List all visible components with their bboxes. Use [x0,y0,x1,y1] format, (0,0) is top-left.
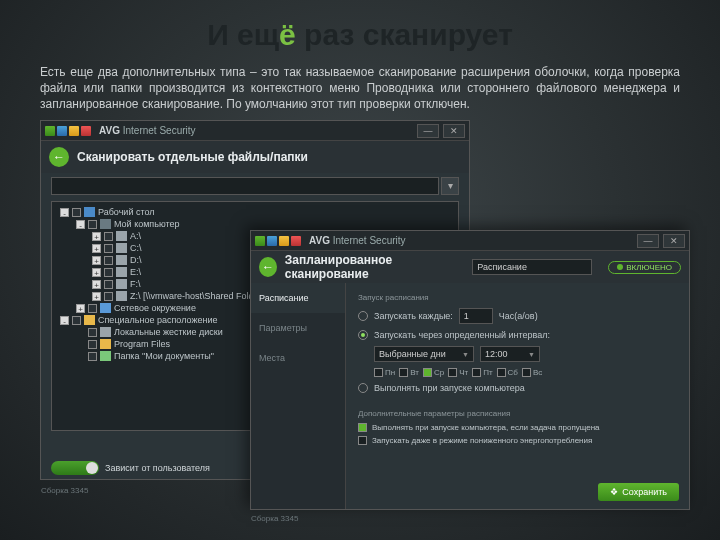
minimize-button[interactable]: — [637,234,659,248]
day-Вс[interactable]: Вс [522,368,542,377]
adv-missed-checkbox[interactable] [358,423,367,432]
drive-icon [116,267,127,277]
day-Сб[interactable]: Сб [497,368,518,377]
back-button[interactable]: ← [49,147,69,167]
expand-icon[interactable] [76,328,85,337]
tree-item[interactable]: -Мой компьютер [54,218,456,230]
expand-icon[interactable] [76,352,85,361]
tree-checkbox[interactable] [104,292,113,301]
day-Ср[interactable]: Ср [423,368,444,377]
path-browse-button[interactable]: ▾ [441,177,459,195]
tree-checkbox[interactable] [104,280,113,289]
adv-missed-row: Выполнять при запуске компьютера, если з… [358,423,677,432]
folder-icon [100,339,111,349]
day-label: Пт [483,368,492,377]
run-every-radio[interactable] [358,311,368,321]
brand: AVG [99,125,120,136]
expand-icon[interactable]: + [92,232,101,241]
tree-label: Program Files [114,339,170,349]
win1-subtitle: Сканировать отдельные файлы/папки [77,150,308,164]
day-checkbox[interactable] [448,368,457,377]
enabled-label: ВКЛЮЧЕНО [626,263,672,272]
tree-checkbox[interactable] [88,304,97,313]
save-label: Сохранить [622,487,667,497]
tree-item[interactable]: -Рабочий стол [54,206,456,218]
expand-icon[interactable]: - [76,220,85,229]
user-depend-label: Зависит от пользователя [105,463,210,473]
side-tab-0[interactable]: Расписание [251,283,345,313]
day-checkbox[interactable] [472,368,481,377]
path-input-row: ▾ [41,173,469,199]
expand-icon[interactable]: + [92,256,101,265]
drive-icon [116,291,127,301]
tree-checkbox[interactable] [104,256,113,265]
day-checkbox[interactable] [374,368,383,377]
expand-icon[interactable]: + [92,244,101,253]
close-button[interactable]: ✕ [663,234,685,248]
interval-days-select[interactable]: Выбранные дни ▼ [374,346,474,362]
every-hours-input[interactable] [459,308,493,324]
day-label: Чт [459,368,468,377]
day-checkbox[interactable] [423,368,432,377]
enabled-toggle[interactable]: ВКЛЮЧЕНО [608,261,681,274]
win1-subheader: ← Сканировать отдельные файлы/папки [41,141,469,173]
expand-icon[interactable] [76,340,85,349]
tree-label: F:\ [130,279,141,289]
product: Internet Security [123,125,196,136]
run-interval-radio[interactable] [358,330,368,340]
tree-checkbox[interactable] [88,352,97,361]
run-interval-label: Запускать через определенный интервал: [374,330,550,340]
tree-checkbox[interactable] [72,316,81,325]
day-Пт[interactable]: Пт [472,368,492,377]
expand-icon[interactable]: + [76,304,85,313]
tree-label: Сетевое окружение [114,303,196,313]
run-at-boot-radio[interactable] [358,383,368,393]
adv-missed-label: Выполнять при запуске компьютера, если з… [372,423,600,432]
day-checkbox[interactable] [497,368,506,377]
tree-label: Локальные жесткие диски [114,327,223,337]
tree-checkbox[interactable] [88,340,97,349]
run-every-label: Запускать каждые: [374,311,453,321]
day-label: Вт [410,368,419,377]
tree-checkbox[interactable] [88,328,97,337]
expand-icon[interactable]: - [60,208,69,217]
save-button[interactable]: ❖ Сохранить [598,483,679,501]
tree-checkbox[interactable] [72,208,81,217]
day-Пн[interactable]: Пн [374,368,395,377]
chevron-down-icon: ▼ [462,351,469,358]
expand-icon[interactable]: + [92,292,101,301]
tree-label: Папка "Мои документы" [114,351,214,361]
expand-icon[interactable]: + [92,280,101,289]
win2-body: РасписаниеПараметрыМеста Запуск расписан… [251,283,689,509]
expand-icon[interactable]: - [60,316,69,325]
schedule-name-input[interactable] [472,259,592,275]
tree-checkbox[interactable] [88,220,97,229]
day-checkbox[interactable] [522,368,531,377]
day-label: Ср [434,368,444,377]
network-icon [100,303,111,313]
run-every-row: Запускать каждые: Час(а/ов) [358,308,677,324]
save-icon: ❖ [610,487,618,497]
side-tab-1[interactable]: Параметры [251,313,345,343]
day-Чт[interactable]: Чт [448,368,468,377]
side-tab-2[interactable]: Места [251,343,345,373]
tree-label: E:\ [130,267,141,277]
day-checkbox[interactable] [399,368,408,377]
tree-checkbox[interactable] [104,268,113,277]
schedule-panel: Запуск расписания Запускать каждые: Час(… [346,283,689,509]
user-depend-toggle[interactable] [51,461,99,475]
adv-lowpower-checkbox[interactable] [358,436,367,445]
minimize-button[interactable]: — [417,124,439,138]
day-Вт[interactable]: Вт [399,368,419,377]
tree-checkbox[interactable] [104,244,113,253]
path-input[interactable] [51,177,439,195]
close-button[interactable]: ✕ [443,124,465,138]
tree-checkbox[interactable] [104,232,113,241]
expand-icon[interactable]: + [92,268,101,277]
time-select[interactable]: 12:00 ▼ [480,346,540,362]
run-interval-row: Запускать через определенный интервал: [358,330,677,340]
avg-logo-icon [255,236,301,246]
slide-body-text: Есть еще два дополнительных типа – это т… [0,52,720,113]
back-button[interactable]: ← [259,257,277,277]
day-label: Вс [533,368,542,377]
